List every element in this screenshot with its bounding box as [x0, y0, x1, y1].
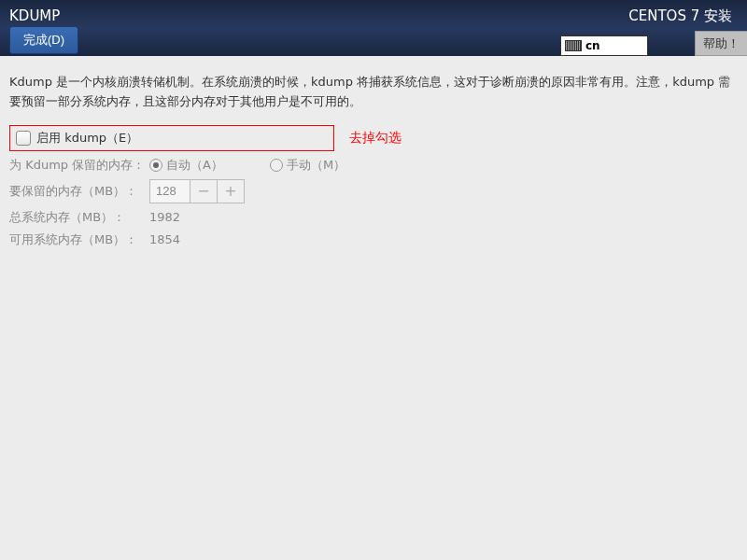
reserve-auto-radio[interactable]: 自动（A） [149, 157, 223, 174]
keyboard-indicator[interactable]: cn [560, 35, 648, 56]
reserve-radio-group: 自动（A） 手动（M） [149, 157, 345, 174]
total-memory-label: 总系统内存（MB）： [9, 209, 149, 226]
reserve-mode-label: 为 Kdump 保留的内存： [9, 157, 149, 174]
content-area: Kdump 是一个内核崩溃转储机制。在系统崩溃的时候，kdump 将捕获系统信息… [0, 56, 747, 271]
memory-reserve-input[interactable] [149, 179, 190, 203]
total-memory-value: 1982 [149, 210, 180, 224]
annotation-text: 去掉勾选 [349, 130, 402, 147]
reserve-auto-label: 自动（A） [166, 157, 223, 174]
description-text: Kdump 是一个内核崩溃转储机制。在系统崩溃的时候，kdump 将捕获系统信息… [9, 73, 738, 112]
total-memory-row: 总系统内存（MB）： 1982 [9, 209, 738, 226]
avail-memory-value: 1854 [149, 232, 180, 246]
avail-memory-label: 可用系统内存（MB）： [9, 231, 149, 248]
enable-kdump-checkbox[interactable] [16, 131, 31, 146]
page-title: KDUMP [9, 7, 60, 24]
memory-reserve-row: 要保留的内存（MB）： − + [9, 179, 738, 203]
radio-icon [270, 159, 283, 172]
reserve-manual-radio[interactable]: 手动（M） [270, 157, 345, 174]
keyboard-layout-label: cn [585, 39, 600, 52]
enable-kdump-row: 启用 kdump（E） 去掉勾选 [9, 125, 738, 151]
stepper-minus-button[interactable]: − [190, 179, 218, 203]
enable-kdump-label: 启用 kdump（E） [36, 130, 138, 147]
header: KDUMP 完成(D) CENTOS 7 安装 cn 帮助！ [0, 0, 747, 56]
done-button[interactable]: 完成(D) [9, 26, 78, 54]
stepper-plus-button[interactable]: + [217, 179, 245, 203]
keyboard-icon [565, 40, 582, 51]
reserve-mode-row: 为 Kdump 保留的内存： 自动（A） 手动（M） [9, 157, 738, 174]
memory-reserve-label: 要保留的内存（MB）： [9, 183, 149, 200]
memory-stepper: − + [149, 179, 245, 203]
radio-icon [149, 159, 162, 172]
help-button[interactable]: 帮助！ [695, 31, 747, 56]
avail-memory-row: 可用系统内存（MB）： 1854 [9, 231, 738, 248]
enable-highlight-box: 启用 kdump（E） [9, 125, 334, 151]
installer-subtitle: CENTOS 7 安装 [628, 7, 732, 25]
reserve-manual-label: 手动（M） [287, 157, 345, 174]
